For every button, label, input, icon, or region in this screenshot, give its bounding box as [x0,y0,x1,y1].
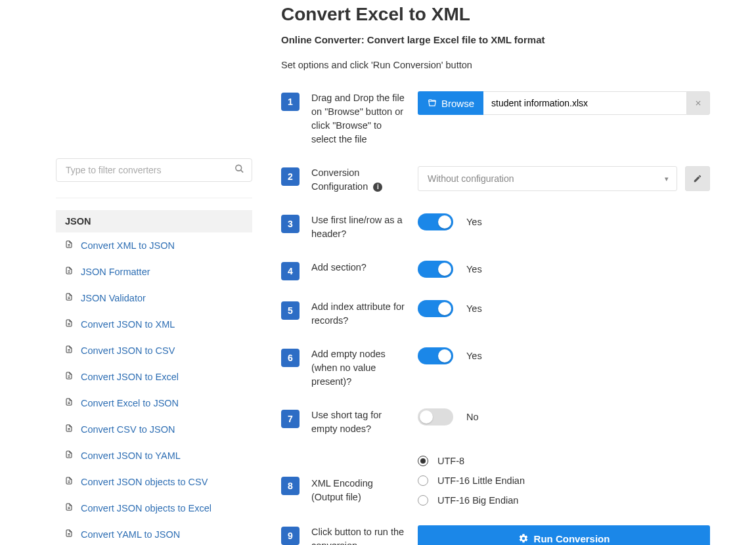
sidebar-item-label: Convert JSON to CSV [81,345,175,356]
toggle-value: Yes [466,217,482,227]
step-number: 2 [281,167,300,186]
sidebar-group-json: JSON [56,210,252,232]
step-number: 7 [281,410,300,428]
step-label: XML Encoding (Output file) [300,477,418,504]
sidebar-item-label: Convert JSON to YAML [81,450,181,461]
step-number: 4 [281,262,300,280]
browse-button-label: Browse [441,98,474,109]
sidebar-item-label: Convert XML to JSON [81,240,175,251]
toggle-value: Yes [466,351,482,361]
encoding-radio[interactable]: UTF-16 Little Endian [418,475,525,486]
step-label: Add empty nodes (when no value present)? [300,347,418,389]
sidebar-item-label: Convert JSON to XML [81,319,175,330]
sidebar-item[interactable]: Convert JSON to YAML [56,443,252,469]
run-conversion-label: Run Conversion [534,533,610,544]
sidebar-item-label: Convert JSON to Excel [81,372,179,382]
file-icon [65,292,74,304]
step-number: 8 [281,477,300,495]
filter-converters-input[interactable] [56,158,252,182]
toggle-switch[interactable] [418,408,453,425]
info-icon[interactable]: i [373,183,382,192]
file-icon [65,424,74,435]
sidebar-item-label: Convert JSON objects to CSV [81,477,208,487]
radio-icon [418,495,428,506]
encoding-radio[interactable]: UTF-16 Big Endian [418,495,525,506]
step-label: Add index attribute for records? [300,300,418,328]
run-conversion-button[interactable]: Run Conversion [418,525,710,545]
step-number: 6 [281,349,300,367]
sidebar-item-label: Convert JSON objects to Excel [81,503,211,513]
sidebar-item[interactable]: Convert XML to JSON [56,232,252,259]
sidebar-item[interactable]: Convert CSV to JSON [56,416,252,443]
step-label: Use first line/row as a header? [300,213,418,241]
pencil-icon [693,174,702,183]
sidebar-item[interactable]: Convert JSON objects to CSV [56,469,252,495]
sidebar-item[interactable]: JSON Formatter [56,259,252,285]
step-label: Drag and Drop the file on "Browse" butto… [300,91,418,146]
configuration-select[interactable]: Without configuration ▾ [418,166,677,191]
step-label: Click button to run the conversion [300,525,418,545]
sidebar-item[interactable]: Convert YAML to JSON [56,521,252,545]
sidebar-item[interactable]: Convert JSON to XML [56,311,252,338]
sidebar-item[interactable]: Convert Excel to JSON [56,390,252,416]
radio-icon [418,456,428,466]
search-icon [234,164,244,177]
toggle-switch[interactable] [418,347,453,364]
toggle-switch[interactable] [418,300,453,317]
file-icon [65,450,74,462]
sidebar-item[interactable]: Convert JSON to Excel [56,364,252,390]
step-number: 3 [281,215,300,233]
clear-file-button[interactable] [686,91,710,115]
encoding-radio[interactable]: UTF-8 [418,456,525,466]
filename-input[interactable] [483,91,686,115]
page-title: Convert Excel to XML [281,4,710,25]
folder-open-icon [427,98,437,108]
chevron-down-icon: ▾ [665,175,669,183]
sidebar-item-label: JSON Formatter [81,267,150,277]
sidebar-item-label: Convert YAML to JSON [81,529,180,540]
browse-button[interactable]: Browse [418,91,483,115]
file-icon [65,371,74,383]
toggle-value: No [466,412,479,422]
svg-point-0 [236,165,242,171]
sidebar-item-label: JSON Validator [81,293,146,303]
sidebar-item[interactable]: Convert JSON to CSV [56,338,252,364]
edit-configuration-button[interactable] [685,166,710,191]
toggle-switch[interactable] [418,213,453,230]
step-label: Conversion Configuration i [300,166,418,194]
svg-line-1 [240,170,243,173]
divider [56,198,252,198]
file-icon [65,318,74,330]
toggle-switch[interactable] [418,261,453,278]
page-subtitle: Online Converter: Convert large Excel fi… [281,34,710,45]
step-number: 9 [281,527,300,545]
radio-label: UTF-8 [437,456,464,466]
step-label: Add section? [300,261,418,274]
gear-icon [518,533,529,544]
file-icon [65,476,74,488]
main-content: Convert Excel to XML Online Converter: C… [261,0,756,545]
file-icon [65,397,74,409]
file-icon [65,345,74,357]
file-icon [65,240,74,251]
close-icon [694,99,702,107]
select-value: Without configuration [428,173,514,184]
radio-label: UTF-16 Little Endian [437,475,525,486]
step-label: Use short tag for empty nodes? [300,408,418,436]
file-icon [65,266,74,278]
sidebar-item[interactable]: Convert JSON objects to Excel [56,495,252,521]
sidebar-item-label: Convert Excel to JSON [81,398,179,408]
radio-label: UTF-16 Big Endian [437,495,518,506]
page-description: Set options and click 'Run Conversion' b… [281,60,710,70]
sidebar-item-label: Convert CSV to JSON [81,424,175,435]
file-icon [65,502,74,514]
toggle-value: Yes [466,303,482,314]
radio-icon [418,475,428,486]
step-number: 5 [281,301,300,320]
toggle-value: Yes [466,264,482,274]
sidebar: JSON Convert XML to JSONJSON FormatterJS… [0,0,261,545]
sidebar-item[interactable]: JSON Validator [56,285,252,311]
file-icon [65,529,74,540]
step-number: 1 [281,93,300,111]
